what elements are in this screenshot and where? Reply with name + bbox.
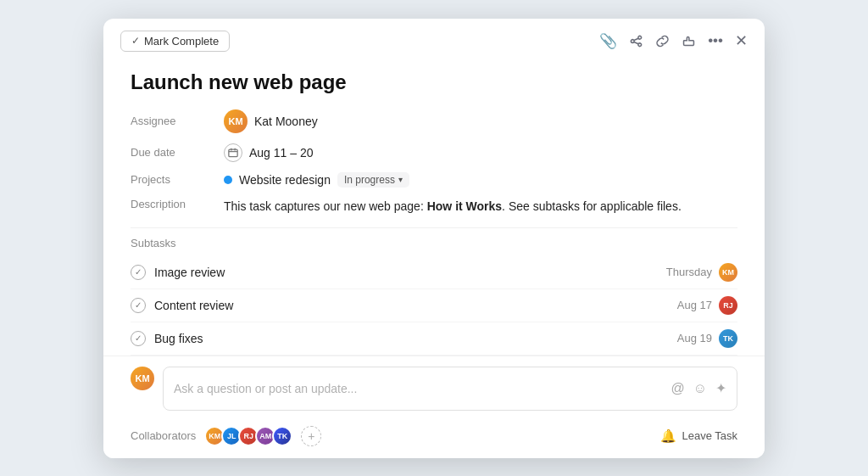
project-dot (224, 176, 232, 184)
comment-area: KM Ask a question or post an update... @… (103, 356, 765, 419)
svg-point-2 (638, 42, 642, 46)
description-bold: How it Works (427, 199, 502, 213)
leave-task-button[interactable]: 🔔 Leave Task (660, 428, 737, 444)
subtask-check-3[interactable]: ✓ (131, 331, 146, 346)
subtask-avatar-2: RJ (719, 296, 737, 315)
comment-input-wrapper: Ask a question or post an update... @ ☺ … (163, 367, 737, 411)
subtask-left-1: ✓ Image review (131, 265, 225, 280)
comment-icons: @ ☺ ✦ (670, 380, 726, 396)
leave-task-label: Leave Task (682, 429, 737, 442)
assignee-label: Assignee (131, 115, 224, 127)
status-text: In progress (344, 174, 395, 186)
assignee-name: Kat Mooney (254, 115, 318, 128)
subtask-right-1: Thursday KM (666, 263, 737, 282)
subtasks-label: Subtasks (131, 237, 737, 249)
svg-line-3 (634, 42, 638, 43)
due-date-value: Aug 11 – 20 (224, 143, 314, 162)
header-actions: 📎 ••• ✕ (599, 31, 748, 50)
project-name: Website redesign (239, 173, 331, 187)
svg-rect-5 (229, 149, 237, 157)
bell-icon: 🔔 (660, 428, 676, 444)
due-date-label: Due date (131, 146, 224, 159)
description-part2: . See subtasks for applicable files. (502, 199, 682, 213)
projects-row: Projects Website redesign In progress ▾ (131, 172, 737, 188)
subtask-row: ✓ Image review Thursday KM (131, 256, 737, 289)
description-part1: This task captures our new web page: (224, 199, 427, 213)
attachment-icon[interactable]: 📎 (599, 32, 617, 50)
description-row: Description This task captures our new w… (131, 198, 737, 216)
subtask-row: ✓ Content review Aug 17 RJ (131, 289, 737, 322)
subtask-name-2: Content review (154, 299, 233, 312)
subtask-name-1: Image review (154, 266, 225, 279)
svg-line-4 (634, 38, 638, 40)
subtask-left-3: ✓ Bug fixes (131, 331, 203, 346)
check-icon: ✓ (131, 35, 140, 47)
close-icon[interactable]: ✕ (735, 31, 748, 50)
like-icon[interactable] (682, 34, 696, 48)
due-date-row: Due date Aug 11 – 20 (131, 143, 737, 162)
collaborators-section: Collaborators KM JL RJ AM TK + (131, 426, 321, 446)
subtask-date-2: Aug 17 (677, 299, 712, 311)
status-badge[interactable]: In progress ▾ (337, 172, 409, 188)
star-icon[interactable]: ✦ (715, 380, 726, 396)
subtask-date-3: Aug 19 (677, 332, 712, 344)
due-date-text: Aug 11 – 20 (249, 146, 314, 160)
collab-avatars: KM JL RJ AM TK (204, 426, 292, 446)
projects-value: Website redesign In progress ▾ (224, 172, 409, 188)
subtask-date-1: Thursday (666, 266, 712, 278)
subtask-right-2: Aug 17 RJ (677, 296, 737, 315)
subtask-avatar-1: KM (719, 263, 737, 282)
subtask-check-1[interactable]: ✓ (131, 265, 146, 280)
description-text: This task captures our new web page: How… (224, 198, 682, 216)
svg-point-0 (638, 36, 642, 39)
projects-label: Projects (131, 173, 224, 186)
calendar-icon (224, 143, 242, 162)
subtask-row: ✓ Bug fixes Aug 19 TK (131, 322, 737, 356)
link-icon[interactable] (655, 34, 670, 48)
mention-icon[interactable]: @ (670, 381, 684, 396)
collab-avatar-5: TK (272, 426, 292, 446)
description-label: Description (131, 198, 224, 210)
mark-complete-button[interactable]: ✓ Mark Complete (120, 31, 230, 52)
task-title: Launch new web page (131, 70, 737, 94)
share-icon[interactable] (629, 34, 643, 48)
comment-placeholder[interactable]: Ask a question or post an update... (174, 382, 357, 395)
comment-avatar: KM (131, 367, 154, 390)
chevron-down-icon: ▾ (398, 175, 403, 184)
subtask-right-3: Aug 19 TK (677, 329, 737, 348)
modal-body: Launch new web page Assignee KM Kat Moon… (103, 57, 765, 356)
emoji-icon[interactable]: ☺ (693, 381, 707, 396)
add-collaborator-button[interactable]: + (301, 426, 321, 446)
assignee-value: KM Kat Mooney (224, 109, 318, 133)
modal-header: ✓ Mark Complete 📎 ••• ✕ (103, 19, 765, 57)
modal-footer: Collaborators KM JL RJ AM TK + 🔔 Leave T… (103, 419, 765, 458)
collaborators-label: Collaborators (131, 429, 196, 442)
subtask-left-2: ✓ Content review (131, 298, 233, 313)
task-modal: ✓ Mark Complete 📎 ••• ✕ Launch new web p… (103, 19, 765, 458)
divider (131, 227, 737, 228)
assignee-row: Assignee KM Kat Mooney (131, 109, 737, 133)
more-icon[interactable]: ••• (708, 32, 723, 49)
svg-point-1 (632, 39, 635, 42)
subtask-check-2[interactable]: ✓ (131, 298, 146, 313)
subtasks-section: Subtasks ✓ Image review Thursday KM ✓ Co… (131, 237, 737, 356)
subtask-name-3: Bug fixes (154, 332, 203, 345)
assignee-avatar: KM (224, 109, 248, 133)
subtask-avatar-3: TK (719, 329, 737, 348)
mark-complete-label: Mark Complete (144, 35, 219, 48)
